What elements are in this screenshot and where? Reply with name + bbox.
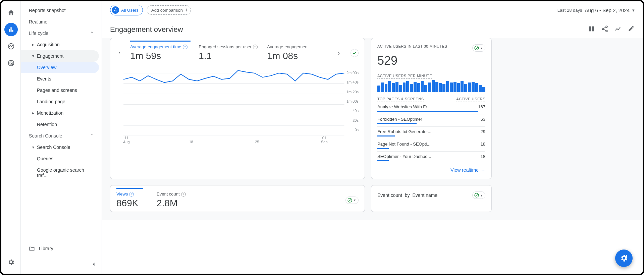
sidebar-item-label: Monetization xyxy=(37,110,63,116)
chip-add-comparison[interactable]: Add comparison + xyxy=(147,5,191,15)
advertising-icon[interactable] xyxy=(4,56,18,70)
sidebar-acquisition[interactable]: ▸ Acquisition xyxy=(21,39,99,50)
sparkbar-bar xyxy=(432,80,435,92)
sidebar-library[interactable]: Library xyxy=(21,242,61,255)
metric-avg-engagement-time[interactable]: Average engagement time? 1m 59s xyxy=(130,41,191,61)
chip-label: Add comparison xyxy=(151,8,183,13)
sidebar-engagement-landing[interactable]: Landing page xyxy=(21,96,99,107)
sidebar-engagement-overview[interactable]: Overview xyxy=(21,62,99,73)
help-icon[interactable]: ? xyxy=(129,192,134,197)
help-icon[interactable]: ? xyxy=(181,192,186,197)
topbar: A All Users Add comparison + Last 28 day… xyxy=(102,1,643,19)
sidebar-section-lifecycle[interactable]: Life cycle ⌃ xyxy=(21,28,99,39)
chip-label: All Users xyxy=(121,8,139,13)
sparkbar-bar xyxy=(482,87,485,92)
all-users-badge: A xyxy=(112,6,119,14)
sidebar-retention[interactable]: Retention xyxy=(21,119,99,130)
svg-rect-1 xyxy=(10,27,11,32)
x-axis-label: 25 xyxy=(255,140,259,144)
dropdown-icon: ▾ xyxy=(481,46,482,50)
sparkbar-bar xyxy=(385,84,388,92)
explore-icon[interactable] xyxy=(4,40,18,53)
sidebar-queries[interactable]: Queries xyxy=(21,153,99,164)
home-icon[interactable] xyxy=(4,6,18,19)
sparkbar-bar xyxy=(414,82,417,93)
svg-point-20 xyxy=(475,193,479,197)
help-icon[interactable]: ? xyxy=(183,45,187,49)
sparkbar-bar xyxy=(417,83,420,92)
table-row[interactable]: Free Robots.txt Generator...29 xyxy=(377,127,485,139)
caret-right-icon: ▸ xyxy=(32,42,34,47)
col-pages-label: TOP PAGES & SCREENS xyxy=(377,97,424,102)
status-check-dropdown[interactable]: ▾ xyxy=(472,191,485,199)
assistant-fab[interactable] xyxy=(615,250,633,267)
sparkbar-bar xyxy=(421,81,424,92)
sidebar-item-label: Engagement xyxy=(37,53,63,59)
view-realtime-link[interactable]: View realtime → xyxy=(377,167,485,173)
table-row[interactable]: Page Not Found - SEOpti...18 xyxy=(377,139,485,152)
collapse-sidebar-icon[interactable] xyxy=(90,261,97,269)
status-check-dropdown[interactable]: ▾ xyxy=(472,44,485,52)
sidebar-engagement-events[interactable]: Events xyxy=(21,73,99,85)
y-axis-label: 2m 00s xyxy=(346,71,359,75)
sidebar-engagement-pages[interactable]: Pages and screens xyxy=(21,85,99,96)
settings-icon[interactable] xyxy=(4,256,18,269)
chip-all-users[interactable]: A All Users xyxy=(110,5,143,15)
sidebar-engagement[interactable]: ▾ Engagement xyxy=(21,50,99,62)
sparkbar-bar xyxy=(439,83,442,92)
share-icon[interactable] xyxy=(601,25,608,34)
sidebar-monetization[interactable]: ▸ Monetization xyxy=(21,107,99,119)
table-row[interactable]: SEOptimer - Your Dashbo...18 xyxy=(377,152,485,164)
svg-rect-6 xyxy=(589,26,591,32)
prev-metric-arrow[interactable]: ‹ xyxy=(116,48,122,58)
caret-down-icon: ▾ xyxy=(32,54,34,58)
sparkbar-bar xyxy=(377,86,380,92)
status-check-dropdown[interactable]: ▾ xyxy=(345,197,359,204)
table-row[interactable]: Analyze Websites With Fr...167 xyxy=(377,102,485,114)
date-range-value: Aug 6 - Sep 2, 2024 xyxy=(585,7,630,13)
metric-avg-engagement[interactable]: Average engagement 1m 08s xyxy=(267,44,327,61)
metric-views[interactable]: Views? 869K xyxy=(116,188,143,209)
sidebar-library-label: Library xyxy=(39,246,53,251)
active-users-count: 529 xyxy=(377,54,485,68)
metric-value: 1.1 xyxy=(199,51,259,61)
sidebar-google-organic[interactable]: Google organic search traf... xyxy=(21,164,99,181)
insights-icon[interactable] xyxy=(614,25,622,34)
sparkbar-bar xyxy=(403,82,406,92)
sparkbar-bar xyxy=(457,83,460,92)
reports-icon[interactable] xyxy=(4,23,18,36)
metric-engaged-sessions[interactable]: Engaged sessions per user? 1.1 xyxy=(199,44,259,61)
status-check-icon[interactable] xyxy=(351,49,359,57)
metrics-row: ‹ Average engagement time? 1m 59s Engage… xyxy=(116,44,359,61)
engagement-line-chart: 2m 00s1m 40s1m 20s1m 00s40s20s0s 11Aug18… xyxy=(116,69,359,143)
edit-icon[interactable] xyxy=(628,25,635,34)
sidebar-reports-snapshot[interactable]: Reports snapshot xyxy=(21,5,99,16)
sidebar-search-console-sub[interactable]: ▾ Search Console xyxy=(21,142,99,153)
sparkbar-bar xyxy=(392,83,395,92)
sidebar-realtime[interactable]: Realtime xyxy=(21,16,99,28)
chevron-up-icon: ⌃ xyxy=(90,31,94,36)
table-row[interactable]: Forbidden - SEOptimer63 xyxy=(377,114,485,127)
svg-point-21 xyxy=(626,255,627,256)
views-card: Views? 869K Event count? 2.8M ▾ xyxy=(110,185,365,212)
compare-icon[interactable] xyxy=(588,25,595,34)
help-icon[interactable]: ? xyxy=(253,45,258,49)
svg-point-19 xyxy=(348,198,352,202)
per-minute-header: ACTIVE USERS PER MINUTE xyxy=(377,74,432,79)
next-metric-arrow[interactable]: › xyxy=(335,47,342,59)
date-range-picker[interactable]: Last 28 days Aug 6 - Sep 2, 2024 ▾ xyxy=(557,7,635,13)
page-title: Engagement overview xyxy=(110,25,183,34)
sidebar-item-label: Search Console xyxy=(37,145,70,150)
dropdown-icon: ▾ xyxy=(481,194,482,197)
metric-value: 869K xyxy=(116,198,143,209)
realtime-header: ACTIVE USERS IN LAST 30 MINUTES xyxy=(377,44,447,49)
sparkbar-bar xyxy=(475,83,478,92)
metric-event-count[interactable]: Event count? 2.8M xyxy=(157,191,217,209)
content-area: ‹ Average engagement time? 1m 59s Engage… xyxy=(102,38,643,220)
title-row: Engagement overview xyxy=(102,19,643,38)
main-content: A All Users Add comparison + Last 28 day… xyxy=(102,1,643,274)
sparkbar-bar xyxy=(453,82,457,93)
caret-right-icon: ▸ xyxy=(32,111,34,115)
sparkbar-bar xyxy=(381,82,384,92)
sidebar-section-search-console[interactable]: Search Console ⌃ xyxy=(21,130,99,142)
